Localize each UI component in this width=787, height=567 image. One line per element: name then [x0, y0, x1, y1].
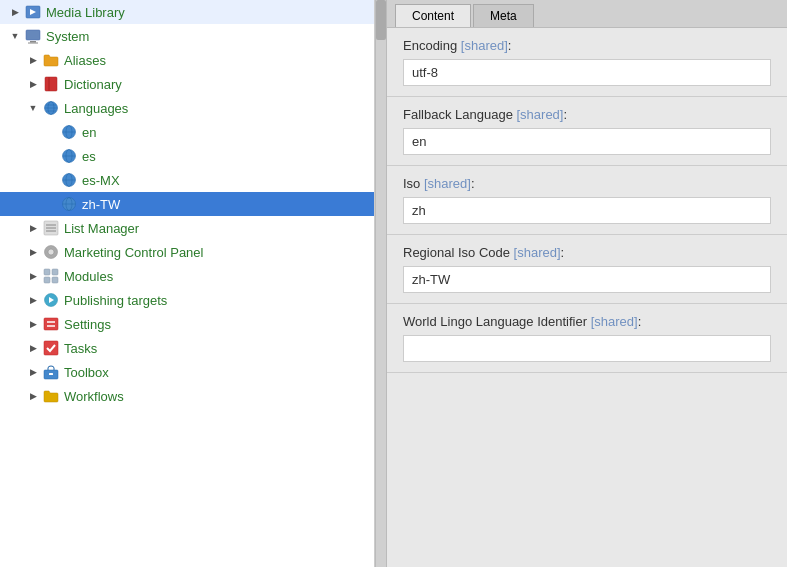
sidebar-item-system[interactable]: System — [0, 24, 374, 48]
sidebar-label-zh-TW: zh-TW — [82, 197, 120, 212]
field-group-fallback-language: Fallback Language [shared]: — [387, 97, 787, 166]
tab-content[interactable]: Content — [395, 4, 471, 27]
tree-arrow-publishing[interactable] — [26, 293, 40, 307]
sidebar-label-workflows: Workflows — [64, 389, 124, 404]
svg-rect-3 — [30, 41, 36, 43]
tree-arrow-aliases[interactable] — [26, 53, 40, 67]
field-label-iso: Iso [shared]: — [403, 176, 771, 191]
icon-aliases — [42, 51, 60, 69]
sidebar-item-languages[interactable]: Languages — [0, 96, 374, 120]
field-input-encoding[interactable] — [403, 59, 771, 86]
icon-modules — [42, 267, 60, 285]
tree-arrow-dictionary[interactable] — [26, 77, 40, 91]
field-label-text-encoding: Encoding — [403, 38, 461, 53]
tree-arrow-media-library[interactable] — [8, 5, 22, 19]
sidebar-label-languages: Languages — [64, 101, 128, 116]
svg-rect-39 — [44, 341, 58, 355]
svg-rect-5 — [45, 77, 57, 91]
field-label-text-regional-iso: Regional Iso Code — [403, 245, 514, 260]
tree-arrow-system[interactable] — [8, 29, 22, 43]
field-label-regional-iso: Regional Iso Code [shared]: — [403, 245, 771, 260]
svg-rect-4 — [28, 43, 38, 44]
tree-arrow-tasks[interactable] — [26, 341, 40, 355]
icon-zh-TW — [60, 195, 78, 213]
sidebar-label-settings: Settings — [64, 317, 111, 332]
sidebar-label-en: en — [82, 125, 96, 140]
icon-marketing — [42, 243, 60, 261]
icon-es-MX — [60, 171, 78, 189]
sidebar-item-settings[interactable]: Settings — [0, 312, 374, 336]
tree-arrow-toolbox[interactable] — [26, 365, 40, 379]
svg-rect-31 — [52, 269, 58, 275]
field-label-text-iso: Iso — [403, 176, 424, 191]
sidebar-item-es-MX[interactable]: es-MX — [0, 168, 374, 192]
field-shared-encoding: [shared] — [461, 38, 508, 53]
sidebar-label-modules: Modules — [64, 269, 113, 284]
tree-arrow-settings[interactable] — [26, 317, 40, 331]
icon-languages — [42, 99, 60, 117]
field-shared-iso: [shared] — [424, 176, 471, 191]
field-label-text-world-lingo: World Lingo Language Identifier — [403, 314, 591, 329]
sidebar-item-en[interactable]: en — [0, 120, 374, 144]
svg-rect-2 — [26, 30, 40, 40]
right-panel: Content Meta Encoding [shared]: Fallback… — [387, 0, 787, 567]
field-input-iso[interactable] — [403, 197, 771, 224]
sidebar-item-marketing[interactable]: Marketing Control Panel — [0, 240, 374, 264]
svg-rect-36 — [44, 318, 58, 330]
tab-meta[interactable]: Meta — [473, 4, 534, 27]
sidebar-label-dictionary: Dictionary — [64, 77, 122, 92]
sidebar-label-list-manager: List Manager — [64, 221, 139, 236]
field-shared-fallback-language: [shared] — [516, 107, 563, 122]
sidebar-item-aliases[interactable]: Aliases — [0, 48, 374, 72]
sidebar-item-publishing[interactable]: Publishing targets — [0, 288, 374, 312]
field-label-text-fallback-language: Fallback Language — [403, 107, 516, 122]
field-label-fallback-language: Fallback Language [shared]: — [403, 107, 771, 122]
icon-workflows — [42, 387, 60, 405]
sidebar: Media Library System Aliases Dictionary … — [0, 0, 375, 567]
svg-rect-32 — [44, 277, 50, 283]
tab-bar: Content Meta — [387, 0, 787, 28]
tree-arrow-modules[interactable] — [26, 269, 40, 283]
sidebar-item-es[interactable]: es — [0, 144, 374, 168]
sidebar-label-publishing: Publishing targets — [64, 293, 167, 308]
svg-point-29 — [48, 249, 54, 255]
sidebar-item-toolbox[interactable]: Toolbox — [0, 360, 374, 384]
svg-rect-33 — [52, 277, 58, 283]
tree-arrow-workflows[interactable] — [26, 389, 40, 403]
sidebar-item-tasks[interactable]: Tasks — [0, 336, 374, 360]
sidebar-item-zh-TW[interactable]: zh-TW — [0, 192, 374, 216]
field-label-world-lingo: World Lingo Language Identifier [shared]… — [403, 314, 771, 329]
tree-arrow-languages[interactable] — [26, 101, 40, 115]
field-shared-world-lingo: [shared] — [591, 314, 638, 329]
icon-en — [60, 123, 78, 141]
sidebar-label-tasks: Tasks — [64, 341, 97, 356]
sidebar-label-system: System — [46, 29, 89, 44]
tree-arrow-list-manager[interactable] — [26, 221, 40, 235]
sidebar-label-aliases: Aliases — [64, 53, 106, 68]
sidebar-label-marketing: Marketing Control Panel — [64, 245, 203, 260]
field-shared-regional-iso: [shared] — [514, 245, 561, 260]
sidebar-item-workflows[interactable]: Workflows — [0, 384, 374, 408]
icon-tasks — [42, 339, 60, 357]
field-input-regional-iso[interactable] — [403, 266, 771, 293]
sidebar-item-modules[interactable]: Modules — [0, 264, 374, 288]
icon-list-manager — [42, 219, 60, 237]
field-group-encoding: Encoding [shared]: — [387, 28, 787, 97]
field-group-world-lingo: World Lingo Language Identifier [shared]… — [387, 304, 787, 373]
tree-arrow-marketing[interactable] — [26, 245, 40, 259]
sidebar-label-es-MX: es-MX — [82, 173, 120, 188]
icon-media-library — [24, 3, 42, 21]
svg-rect-41 — [49, 373, 53, 375]
field-input-fallback-language[interactable] — [403, 128, 771, 155]
field-input-world-lingo[interactable] — [403, 335, 771, 362]
sidebar-label-es: es — [82, 149, 96, 164]
sidebar-item-media-library[interactable]: Media Library — [0, 0, 374, 24]
icon-toolbox — [42, 363, 60, 381]
icon-publishing — [42, 291, 60, 309]
icon-settings — [42, 315, 60, 333]
field-group-iso: Iso [shared]: — [387, 166, 787, 235]
sidebar-item-list-manager[interactable]: List Manager — [0, 216, 374, 240]
icon-system — [24, 27, 42, 45]
field-label-encoding: Encoding [shared]: — [403, 38, 771, 53]
sidebar-item-dictionary[interactable]: Dictionary — [0, 72, 374, 96]
